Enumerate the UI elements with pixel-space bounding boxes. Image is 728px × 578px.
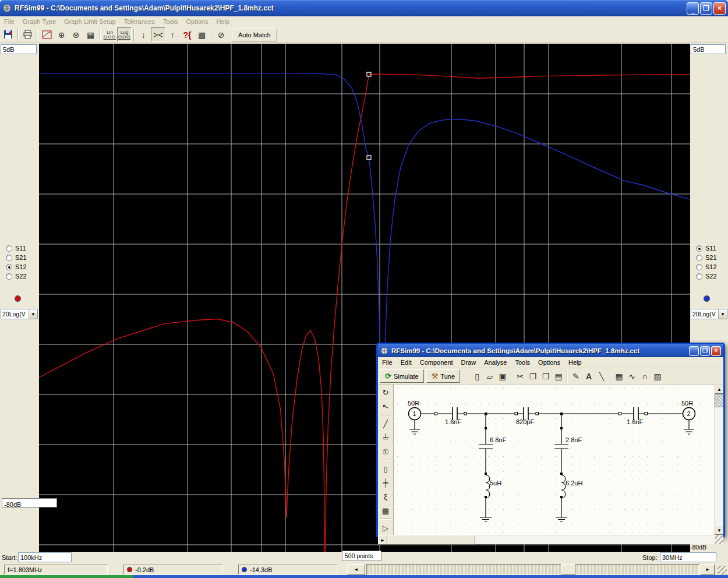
marker-step-right-button[interactable]: ►: [701, 564, 715, 575]
marker-slider-track[interactable]: [366, 564, 699, 575]
right-trace-s22[interactable]: S22: [696, 272, 726, 281]
log-scale-button[interactable]: Logⵔⵔⵔ: [117, 27, 132, 42]
pointer-tool-icon[interactable]: ↖: [378, 399, 394, 414]
c2-value-label[interactable]: 820pF: [516, 418, 534, 425]
hscroll-thumb[interactable]: [388, 535, 475, 545]
filter-design-icon[interactable]: ∿: [625, 369, 638, 383]
vscroll-thumb[interactable]: [715, 394, 723, 407]
maximize-button[interactable]: ❐: [700, 2, 712, 15]
rect-graph-icon[interactable]: [40, 27, 54, 42]
menu-graph-type[interactable]: Graph Type: [19, 17, 60, 26]
port-tool-icon[interactable]: ①: [379, 445, 392, 458]
zoom-fit-icon[interactable]: ><: [151, 27, 165, 42]
start-frequency-input[interactable]: [18, 552, 72, 562]
menu-file[interactable]: File: [0, 17, 19, 26]
menu-options[interactable]: Options: [534, 358, 564, 367]
lin-scale-button[interactable]: Linⵔⵔⵔ: [103, 27, 117, 42]
menu-graph-limit-setup[interactable]: Graph Limit Setup: [60, 17, 120, 26]
menu-draw[interactable]: Draw: [457, 358, 480, 367]
left-format-select[interactable]: 20Log(V ▼: [1, 309, 38, 319]
smith-chart-icon[interactable]: ⊕: [54, 27, 69, 42]
schematic-titlebar[interactable]: RFSim99 - C:\Documents and Settings\Adam…: [378, 344, 723, 357]
menu-tools[interactable]: Tools: [159, 17, 182, 26]
left-trace-s21[interactable]: S21: [6, 253, 36, 262]
c1-value-label[interactable]: 1.6nF: [445, 418, 461, 425]
left-axis-min-input[interactable]: -80dB: [2, 498, 57, 507]
left-trace-s12[interactable]: S12: [6, 262, 36, 272]
tune-button[interactable]: ⚒ Tune: [426, 369, 460, 383]
save-icon[interactable]: [1, 27, 16, 42]
transformer-tool-icon[interactable]: ▩: [379, 504, 392, 517]
scroll-right-icon[interactable]: ►: [378, 535, 387, 545]
right-trace-s12[interactable]: S12: [696, 262, 726, 272]
schematic-hscrollbar[interactable]: ◄ ►: [378, 535, 723, 544]
menu-tolerances[interactable]: Tolerances: [120, 17, 159, 26]
close-button[interactable]: ×: [711, 346, 721, 356]
auto-match-button[interactable]: Auto Match: [232, 29, 277, 41]
brush-icon[interactable]: ✎: [570, 369, 582, 383]
query-values-icon[interactable]: ?{: [180, 27, 195, 42]
resistor-tool-icon[interactable]: ▯: [379, 463, 392, 475]
ground-tool-icon[interactable]: ╧: [379, 431, 392, 444]
menu-help[interactable]: Help: [212, 17, 234, 26]
marker-step-left-button[interactable]: ◄: [347, 564, 365, 575]
open-file-icon[interactable]: ▱: [483, 369, 496, 383]
zoom-in-icon[interactable]: ↑: [165, 27, 180, 42]
minimize-button[interactable]: _: [687, 2, 699, 15]
scroll-up-icon[interactable]: ▲: [715, 385, 723, 394]
menu-tools[interactable]: Tools: [511, 358, 534, 367]
left-trace-s22[interactable]: S22: [6, 272, 36, 281]
amplifier-tool-icon[interactable]: ▷: [379, 521, 392, 534]
right-trace-s21[interactable]: S21: [696, 253, 726, 262]
rotate-tool-icon[interactable]: ↻: [379, 386, 392, 399]
polar-chart-icon[interactable]: ⊛: [69, 27, 83, 42]
pencil-icon[interactable]: ╲: [595, 369, 608, 383]
menu-help[interactable]: Help: [564, 358, 586, 367]
shunt2-ind-label[interactable]: 6.2uH: [566, 480, 582, 487]
menu-analyse[interactable]: Analyse: [480, 358, 511, 367]
cut-icon[interactable]: ✂: [514, 369, 526, 383]
menu-component[interactable]: Component: [416, 358, 457, 367]
schematic-window[interactable]: RFSim99 - C:\Documents and Settings\Adam…: [376, 343, 725, 537]
stop-frequency-input[interactable]: [660, 552, 716, 562]
menu-edit[interactable]: Edit: [397, 358, 416, 367]
new-file-icon[interactable]: ▯: [471, 369, 483, 383]
right-trace-s11[interactable]: S11: [696, 244, 726, 253]
schematic-resize-grip[interactable]: [715, 535, 723, 544]
minimize-button[interactable]: _: [689, 346, 699, 356]
calculator-icon[interactable]: ▦: [613, 369, 625, 383]
transformer-design-icon[interactable]: ∩: [638, 369, 651, 383]
wire-tool-icon[interactable]: ╱: [379, 418, 392, 431]
capacitor-tool-icon[interactable]: ╪: [379, 477, 392, 489]
schematic-vscrollbar[interactable]: ▲ ▼: [714, 385, 723, 535]
paste-icon[interactable]: ❒: [539, 369, 552, 383]
schematic-canvas[interactable]: 50R 1 50R 2 1.6nF 820pF 1.6nF 6.8nF 5uH …: [394, 385, 714, 535]
right-format-select[interactable]: 20Log(V ▼: [691, 309, 727, 319]
shunt1-ind-label[interactable]: 5uH: [490, 480, 501, 487]
table-icon[interactable]: ▦: [83, 27, 98, 42]
maximize-button[interactable]: ❐: [700, 346, 710, 356]
print-icon[interactable]: ▤: [552, 369, 565, 383]
scroll-down-icon[interactable]: ▼: [715, 526, 723, 535]
left-trace-s11[interactable]: S11: [6, 244, 36, 253]
tolerance-icon[interactable]: ▨: [651, 369, 664, 383]
save-icon[interactable]: ▣: [496, 369, 509, 383]
points-count-box[interactable]: 500 points: [342, 551, 381, 561]
menu-file[interactable]: File: [378, 358, 397, 367]
tolerance-analysis-icon[interactable]: ▩: [195, 27, 209, 42]
menu-options[interactable]: Options: [182, 17, 213, 26]
shunt1-cap-label[interactable]: 6.8nF: [490, 436, 506, 443]
close-button[interactable]: ×: [713, 2, 726, 15]
text-tool-icon[interactable]: A: [582, 369, 595, 383]
about-icon[interactable]: ⊘: [214, 27, 228, 42]
zoom-out-icon[interactable]: ↓: [136, 27, 151, 42]
c3-value-label[interactable]: 1.6nF: [627, 418, 643, 425]
window-resize-grip[interactable]: [718, 566, 727, 575]
left-axis-max-input[interactable]: [1, 44, 37, 54]
print-icon[interactable]: [20, 27, 35, 42]
main-titlebar[interactable]: RFSim99 - C:\Documents and Settings\Adam…: [0, 0, 728, 16]
simulate-button[interactable]: ⟳ Simulate: [380, 369, 424, 383]
shunt2-cap-label[interactable]: 2.8nF: [566, 436, 582, 443]
right-axis-max-input[interactable]: [691, 44, 726, 54]
marker-slider-thumb[interactable]: [561, 564, 575, 575]
